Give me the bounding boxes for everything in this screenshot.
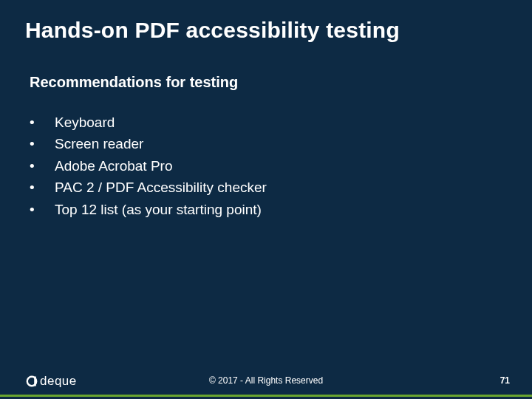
list-item-text: Keyboard <box>55 112 115 133</box>
bullet-icon: • <box>30 155 55 177</box>
list-item-text: PAC 2 / PDF Accessibility checker <box>55 177 267 198</box>
bullet-icon: • <box>30 112 55 133</box>
accent-divider <box>0 395 532 397</box>
list-item: • Adobe Acrobat Pro <box>30 155 507 177</box>
bullet-icon: • <box>30 177 55 198</box>
copyright-text: © 2017 - All Rights Reserved <box>0 375 532 386</box>
bullet-icon: • <box>30 199 55 220</box>
list-item-text: Top 12 list (as your starting point) <box>55 199 262 220</box>
slide: Hands-on PDF accessibility testing Recom… <box>0 0 532 399</box>
list-item-text: Adobe Acrobat Pro <box>55 155 173 177</box>
page-number: 71 <box>500 375 510 386</box>
list-item: • Screen reader <box>30 133 507 154</box>
bullet-icon: • <box>30 133 55 154</box>
list-item: • Top 12 list (as your starting point) <box>30 199 507 220</box>
list-item: • Keyboard <box>30 112 507 133</box>
bullet-list: • Keyboard • Screen reader • Adobe Acrob… <box>0 91 532 220</box>
list-item: • PAC 2 / PDF Accessibility checker <box>30 177 507 198</box>
slide-title: Hands-on PDF accessibility testing <box>0 0 532 43</box>
list-item-text: Screen reader <box>55 133 143 154</box>
slide-subtitle: Recommendations for testing <box>0 43 532 91</box>
footer: deque © 2017 - All Rights Reserved 71 <box>0 366 532 399</box>
